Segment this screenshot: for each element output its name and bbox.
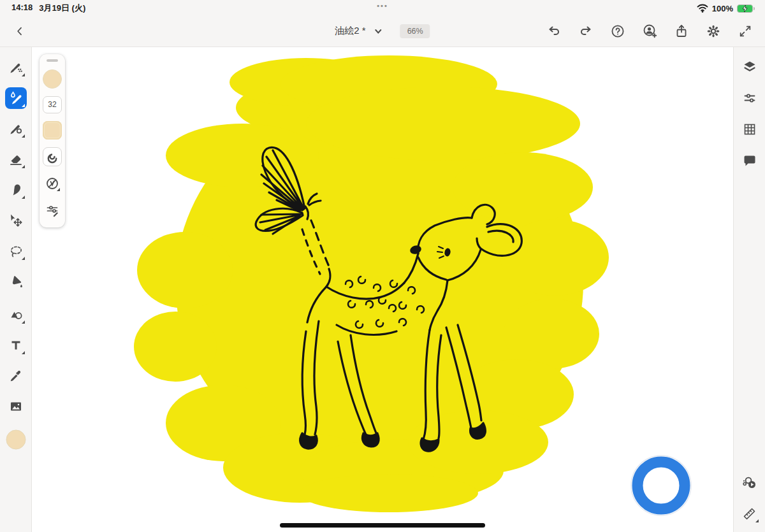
flyout-indicator	[57, 188, 60, 191]
artwork-fawn-butterfly	[32, 47, 733, 532]
tool-pixel-brush[interactable]	[5, 57, 27, 78]
flyout-indicator	[22, 104, 25, 107]
fullscreen-button[interactable]	[734, 20, 756, 42]
flyout-indicator	[22, 165, 25, 168]
clock: 14:18	[11, 3, 33, 14]
brush-options-panel: 32	[40, 54, 65, 227]
battery-icon	[737, 4, 755, 13]
flyout-indicator	[22, 320, 25, 324]
home-indicator[interactable]	[280, 523, 485, 528]
tool-move[interactable]	[5, 210, 27, 231]
layers-button[interactable]	[739, 56, 761, 78]
flyout-indicator	[22, 351, 25, 354]
panel-drag-handle[interactable]	[47, 59, 58, 62]
redo-button[interactable]	[575, 20, 597, 42]
back-button[interactable]	[9, 20, 31, 42]
multitask-indicator[interactable]: •••	[377, 2, 388, 10]
flyout-indicator	[22, 73, 25, 76]
settings-button[interactable]	[703, 20, 724, 42]
tool-text[interactable]	[5, 334, 27, 356]
tool-place-image[interactable]	[5, 396, 27, 417]
share-button[interactable]	[671, 20, 692, 42]
tool-toolbar	[0, 47, 32, 532]
canvas[interactable]: 32	[32, 47, 733, 532]
brush-color-swatch[interactable]	[43, 69, 62, 89]
adjustments-button[interactable]	[739, 87, 761, 109]
tool-lasso[interactable]	[5, 240, 27, 262]
grid-button[interactable]	[739, 119, 761, 140]
battery-percent: 100%	[712, 4, 733, 13]
panel-toolbar	[733, 47, 765, 532]
tool-fill[interactable]	[5, 271, 27, 292]
wifi-icon	[697, 4, 708, 13]
tool-mixer-brush[interactable]	[5, 118, 27, 140]
zoom-level-badge[interactable]: 66%	[400, 24, 430, 38]
touch-shortcut[interactable]	[631, 456, 691, 515]
flyout-indicator	[22, 257, 25, 260]
document-title[interactable]: 油絵2 *	[335, 25, 365, 37]
tool-smudge[interactable]	[5, 179, 27, 201]
tool-eyedropper[interactable]	[5, 365, 27, 387]
brush-tip-swirl-button[interactable]	[43, 147, 62, 166]
top-toolbar: 油絵2 * 66%	[0, 15, 765, 47]
tool-shapes[interactable]	[5, 304, 27, 326]
brush-size-field[interactable]: 32	[43, 96, 62, 113]
brush-settings-button[interactable]	[43, 201, 62, 220]
comment-button[interactable]	[739, 150, 761, 171]
undo-button[interactable]	[543, 20, 565, 42]
help-button[interactable]	[607, 20, 629, 42]
brush-texture-swatch[interactable]	[43, 121, 62, 140]
chevron-down-icon[interactable]	[372, 20, 385, 42]
motion-button[interactable]	[739, 471, 761, 493]
tool-eraser[interactable]	[5, 148, 27, 170]
ruler-button[interactable]	[739, 503, 761, 524]
date: 3月19日 (火)	[39, 3, 85, 14]
tool-live-brush[interactable]	[5, 87, 27, 109]
flyout-indicator	[755, 519, 759, 522]
status-bar: 14:18 3月19日 (火) ••• 100%	[0, 0, 765, 15]
add-user-button[interactable]	[639, 20, 660, 42]
flyout-indicator	[22, 196, 25, 199]
stroke-smoothing-button[interactable]	[43, 174, 62, 193]
active-color-swatch[interactable]	[5, 429, 27, 450]
flyout-indicator	[22, 134, 25, 138]
